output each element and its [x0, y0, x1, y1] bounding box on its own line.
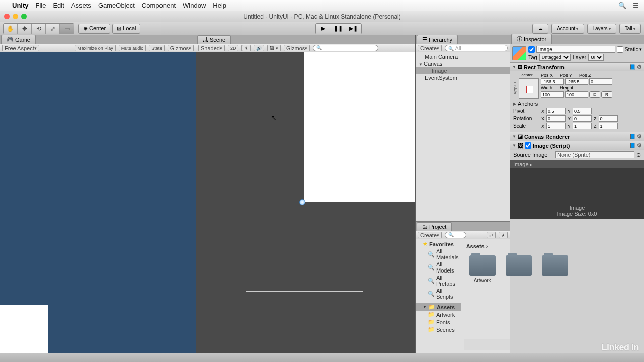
move-tool[interactable]: ✥: [18, 24, 32, 34]
layers-dropdown[interactable]: Layers: [587, 24, 616, 34]
audio-toggle[interactable]: 🔊: [254, 45, 264, 51]
lighting-toggle[interactable]: ☀: [242, 45, 251, 51]
object-picker-icon[interactable]: ⊙: [636, 152, 641, 158]
help-icon[interactable]: 📘: [629, 143, 635, 148]
tab-project[interactable]: 🗂Project: [417, 222, 452, 231]
menu-assets[interactable]: Assets: [71, 2, 91, 9]
height-field[interactable]: [565, 91, 588, 98]
shading-dropdown[interactable]: Shaded ▾: [198, 45, 225, 51]
project-search[interactable]: 🔍: [445, 232, 466, 238]
rot-y-field[interactable]: [573, 115, 592, 122]
layer-dropdown[interactable]: UI: [588, 54, 604, 61]
cloud-button[interactable]: ☁: [532, 24, 548, 34]
rect-transform-header[interactable]: ▼⊞ Rect Transform 📘 ⚙: [510, 63, 644, 71]
menu-extras-icon[interactable]: ☰: [633, 2, 639, 9]
hierarchy-item-canvas[interactable]: ▼Canvas: [416, 60, 510, 67]
tag-dropdown[interactable]: Untagged: [539, 54, 571, 61]
grid-artwork[interactable]: Artwork: [469, 255, 496, 283]
scale-tool[interactable]: ⤢: [46, 24, 60, 34]
project-filter-icon[interactable]: ⇄: [487, 232, 496, 238]
anchor-preset-button[interactable]: [519, 78, 539, 99]
menu-component[interactable]: Component: [142, 2, 176, 9]
menu-help[interactable]: Help: [213, 2, 226, 9]
menu-edit[interactable]: Edit: [53, 2, 64, 9]
scale-x-field[interactable]: [546, 123, 566, 129]
folder-artwork[interactable]: 📁Artwork: [416, 311, 461, 318]
pos-z-field[interactable]: [589, 78, 612, 85]
menu-file[interactable]: File: [36, 2, 46, 9]
component-menu-icon[interactable]: ⚙: [637, 133, 642, 139]
aspect-dropdown[interactable]: Free Aspect ▾: [2, 45, 39, 51]
fav-all-prefabs[interactable]: 🔍All Prefabs: [416, 274, 461, 287]
app-name[interactable]: Unity: [12, 2, 29, 9]
tab-hierarchy[interactable]: ☰Hierarchy: [417, 35, 458, 44]
active-checkbox[interactable]: [528, 46, 535, 53]
fav-all-models[interactable]: 🔍All Models: [416, 261, 461, 274]
rot-x-field[interactable]: [546, 115, 566, 122]
maximize-toggle[interactable]: Maximize on Play: [75, 45, 116, 51]
scale-z-field[interactable]: [599, 123, 618, 129]
anchors-foldout[interactable]: ▶Anchors: [513, 100, 641, 108]
material-slot[interactable]: Image ▸: [510, 160, 644, 168]
help-icon[interactable]: 📘: [629, 134, 635, 139]
tab-inspector[interactable]: ⓘInspector: [511, 34, 552, 44]
rect-tool[interactable]: ▭: [60, 24, 74, 34]
source-image-field[interactable]: None (Sprite): [555, 151, 634, 158]
image-script-header[interactable]: ▼🖼 Image (Script) 📘 ⚙: [510, 141, 644, 150]
scene-search[interactable]: 🔍: [313, 45, 378, 51]
static-checkbox[interactable]: [617, 46, 623, 53]
width-field[interactable]: [541, 91, 564, 98]
tab-game[interactable]: 🎮Game: [1, 35, 36, 44]
layout-dropdown[interactable]: Tall: [619, 24, 641, 34]
pos-x-field[interactable]: [541, 78, 564, 85]
fav-all-materials[interactable]: 🔍All Materials: [416, 248, 461, 261]
folder-icon: 📁: [428, 326, 435, 333]
handle-center-button[interactable]: ⊕ Center: [78, 24, 110, 34]
component-menu-icon[interactable]: ⚙: [637, 142, 642, 148]
pivot-x-field[interactable]: [546, 108, 566, 114]
component-menu-icon[interactable]: ⚙: [637, 64, 642, 70]
object-name-field[interactable]: [536, 46, 615, 53]
assets-folder[interactable]: ▼📁Assets: [416, 303, 461, 311]
canvas-renderer-header[interactable]: ▼◪ Canvas Renderer 📘 ⚙: [510, 132, 644, 141]
image-enabled-checkbox[interactable]: [525, 142, 531, 149]
scene-view[interactable]: ↖: [196, 52, 415, 353]
account-dropdown[interactable]: Account: [551, 24, 584, 34]
menu-window[interactable]: Window: [183, 2, 206, 9]
blueprint-button[interactable]: ⊡: [589, 91, 600, 98]
play-button[interactable]: ▶: [316, 24, 331, 34]
folder-fonts[interactable]: 📁Fonts: [416, 318, 461, 326]
pivot-y-field[interactable]: [573, 108, 592, 114]
hand-tool[interactable]: ✋: [4, 24, 18, 34]
scale-y-field[interactable]: [573, 123, 592, 129]
fav-all-scripts[interactable]: 🔍All Scripts: [416, 287, 461, 300]
help-icon[interactable]: 📘: [629, 64, 635, 70]
project-create-button[interactable]: Create ▾: [418, 232, 442, 238]
2d-toggle[interactable]: 2D: [228, 45, 239, 51]
hierarchy-item-image[interactable]: Image: [416, 67, 510, 74]
game-view[interactable]: [0, 52, 196, 353]
step-button[interactable]: ▶❚: [346, 24, 361, 34]
menu-gameobject[interactable]: GameObject: [98, 2, 135, 9]
folder-scenes[interactable]: 📁Scenes: [416, 326, 461, 333]
stats-toggle[interactable]: Stats: [149, 45, 165, 51]
mute-toggle[interactable]: Mute audio: [119, 45, 146, 51]
project-star-icon[interactable]: ★: [499, 232, 508, 238]
tab-scene[interactable]: 🏞Scene: [197, 35, 231, 44]
pos-y-field[interactable]: [565, 78, 588, 85]
handle-local-button[interactable]: ⊠ Local: [112, 24, 140, 34]
gizmos-scene-toggle[interactable]: Gizmos ▾: [284, 45, 310, 51]
spotlight-icon[interactable]: 🔍: [618, 2, 626, 9]
favorites-group[interactable]: ★Favorites: [416, 240, 461, 248]
gizmos-game-toggle[interactable]: Gizmos ▾: [168, 45, 194, 51]
hierarchy-search[interactable]: 🔍 All: [445, 45, 508, 51]
raw-edit-button[interactable]: R: [601, 91, 612, 98]
hierarchy-item-main-camera[interactable]: Main Camera: [416, 53, 510, 60]
rot-z-field[interactable]: [599, 115, 618, 122]
rotate-tool[interactable]: ⟲: [32, 24, 46, 34]
hierarchy-item-eventsystem[interactable]: EventSystem: [416, 74, 510, 81]
hierarchy-create-button[interactable]: Create ▾: [418, 45, 442, 51]
fx-toggle[interactable]: 🖼 ▾: [267, 45, 281, 51]
pause-button[interactable]: ❚❚: [331, 24, 346, 34]
transform-gizmo[interactable]: [299, 199, 305, 205]
